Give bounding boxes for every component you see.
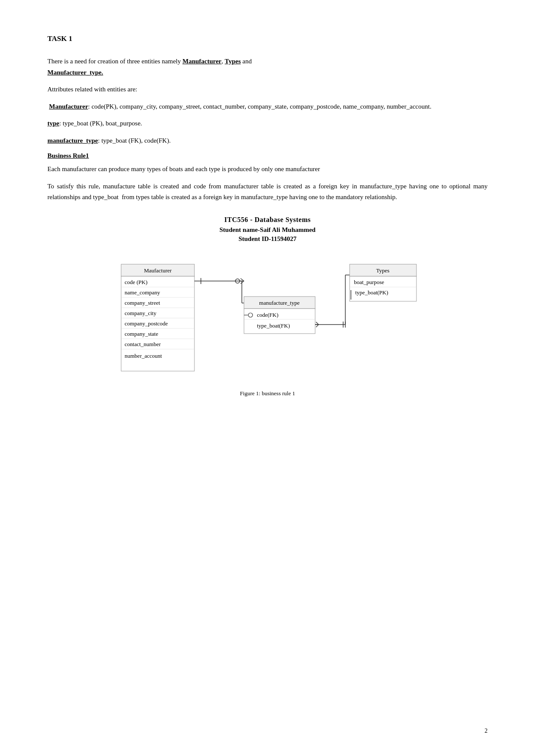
manufacturer-label: Manufacturer [49, 103, 88, 110]
diagram-id: Student ID-11594027 [238, 235, 297, 243]
intro-paragraph: There is a need for creation of three en… [47, 56, 488, 78]
attributes-heading: Attributes related with entities are: [47, 84, 488, 95]
svg-line-35 [316, 322, 319, 325]
word-as: as [305, 183, 310, 190]
diagram-title: ITC556 - Database Systems [224, 216, 311, 224]
svg-text:company_city: company_city [125, 310, 156, 316]
diagram-subtitle: Student name-Saif Ali Muhammed [219, 226, 316, 234]
type-attrs-para: type: type_boat (PK), boat_purpose. [47, 118, 488, 129]
word-of: three [127, 58, 140, 65]
svg-text:number_account: number_account [125, 353, 162, 359]
svg-text:manufacture_type: manufacture_type [259, 300, 300, 306]
figure-caption: Figure 1: business rule 1 [240, 390, 295, 397]
word-and: and [242, 58, 252, 65]
svg-text:contact_number: contact_number [125, 341, 161, 347]
svg-text:boat_purpose: boat_purpose [354, 279, 384, 285]
explanation-para: To satisfy this rule, manufacture table … [47, 181, 488, 203]
svg-text:company_street: company_street [125, 300, 160, 306]
svg-text:name_company: name_company [125, 289, 160, 296]
manufacture-type-attrs-para: manufacture_type: type_boat (FK), code(F… [47, 135, 488, 147]
type-label: type [47, 120, 59, 127]
manufacturer-type-entity-name: Manufacturer_type. [47, 69, 103, 76]
svg-text:code(FK): code(FK) [257, 312, 278, 318]
svg-rect-28 [244, 309, 315, 334]
manufacturer-attrs: : code(PK), company_city, company_street… [88, 103, 431, 110]
svg-text:company_postcode: company_postcode [125, 320, 168, 327]
page-number: 2 [485, 728, 488, 734]
svg-text:type_boat(FK): type_boat(FK) [257, 322, 290, 329]
diagram-area: ITC556 - Database Systems Student name-S… [47, 216, 488, 397]
svg-line-21 [241, 278, 244, 281]
erd-svg: Maufacturer code (PK) name_company compa… [117, 251, 419, 385]
manufacture-type-label: manufacture_type [47, 137, 98, 144]
svg-line-22 [241, 281, 244, 284]
svg-text:Types: Types [376, 267, 389, 274]
type-attrs: : type_boat (PK), boat_purpose. [59, 120, 142, 127]
types-entity-name: Types [225, 58, 241, 65]
svg-line-36 [316, 325, 319, 327]
task-title: TASK 1 [47, 34, 488, 43]
svg-text:Maufacturer: Maufacturer [144, 267, 172, 274]
manufacturer-entity-name: Manufacturer [182, 58, 222, 65]
svg-text:company_state: company_state [125, 331, 158, 337]
business-rule-heading: Business Rule1 [47, 152, 488, 159]
manufacture-type-attrs: : type_boat (FK), code(FK). [98, 137, 171, 144]
business-rule-para: Each manufacturer can produce many types… [47, 164, 488, 175]
svg-text:code (PK): code (PK) [125, 279, 147, 285]
manufacturer-attrs-para: Manufacturer: code(PK), company_city, co… [47, 101, 488, 112]
erd-diagram: Maufacturer code (PK) name_company compa… [117, 251, 419, 387]
svg-text:type_boat(PK): type_boat(PK) [355, 289, 388, 296]
